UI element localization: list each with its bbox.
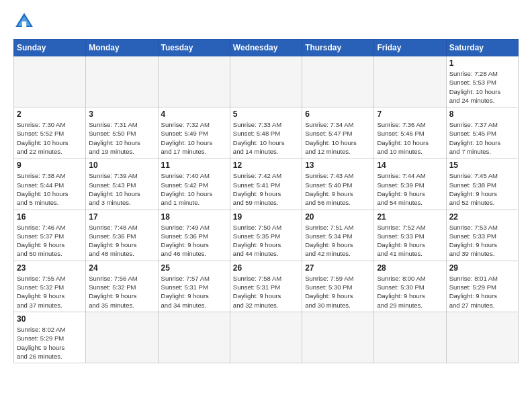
day-info: Sunrise: 7:59 AM Sunset: 5:30 PM Dayligh… <box>305 274 371 310</box>
day-info: Sunrise: 7:38 AM Sunset: 5:44 PM Dayligh… <box>17 171 83 207</box>
weekday-header-row: SundayMondayTuesdayWednesdayThursdayFrid… <box>14 40 519 56</box>
day-number: 25 <box>161 263 227 273</box>
day-number: 5 <box>233 109 299 119</box>
day-info: Sunrise: 7:52 AM Sunset: 5:33 PM Dayligh… <box>377 223 443 259</box>
day-info: Sunrise: 8:02 AM Sunset: 5:29 PM Dayligh… <box>17 325 83 361</box>
calendar-cell: 4Sunrise: 7:32 AM Sunset: 5:49 PM Daylig… <box>158 107 230 158</box>
calendar-cell: 9Sunrise: 7:38 AM Sunset: 5:44 PM Daylig… <box>14 158 86 210</box>
calendar-cell <box>14 56 86 107</box>
calendar-cell: 28Sunrise: 8:00 AM Sunset: 5:30 PM Dayli… <box>374 261 446 312</box>
day-info: Sunrise: 7:57 AM Sunset: 5:31 PM Dayligh… <box>161 274 227 310</box>
day-number: 1 <box>449 58 515 68</box>
calendar-cell: 12Sunrise: 7:42 AM Sunset: 5:41 PM Dayli… <box>230 158 302 210</box>
calendar-cell: 20Sunrise: 7:51 AM Sunset: 5:34 PM Dayli… <box>302 210 374 261</box>
calendar-cell: 5Sunrise: 7:33 AM Sunset: 5:48 PM Daylig… <box>230 107 302 158</box>
day-info: Sunrise: 7:40 AM Sunset: 5:42 PM Dayligh… <box>161 171 227 207</box>
day-info: Sunrise: 7:44 AM Sunset: 5:39 PM Dayligh… <box>377 171 443 207</box>
day-info: Sunrise: 7:49 AM Sunset: 5:36 PM Dayligh… <box>161 223 227 259</box>
day-number: 2 <box>17 109 83 119</box>
day-info: Sunrise: 7:28 AM Sunset: 5:53 PM Dayligh… <box>449 69 515 105</box>
calendar-cell <box>302 312 374 363</box>
day-info: Sunrise: 7:58 AM Sunset: 5:31 PM Dayligh… <box>233 274 299 310</box>
calendar-cell <box>230 312 302 363</box>
day-info: Sunrise: 7:43 AM Sunset: 5:40 PM Dayligh… <box>305 171 371 207</box>
day-info: Sunrise: 7:55 AM Sunset: 5:32 PM Dayligh… <box>17 274 83 310</box>
calendar-cell: 10Sunrise: 7:39 AM Sunset: 5:43 PM Dayli… <box>86 158 158 210</box>
day-number: 8 <box>449 109 515 119</box>
calendar-cell <box>230 56 302 107</box>
calendar-cell <box>86 312 158 363</box>
day-number: 14 <box>377 161 443 170</box>
calendar-cell <box>446 312 518 363</box>
day-info: Sunrise: 7:39 AM Sunset: 5:43 PM Dayligh… <box>89 171 154 207</box>
calendar-cell: 3Sunrise: 7:31 AM Sunset: 5:50 PM Daylig… <box>86 107 158 158</box>
day-info: Sunrise: 7:42 AM Sunset: 5:41 PM Dayligh… <box>233 171 299 207</box>
calendar-cell: 11Sunrise: 7:40 AM Sunset: 5:42 PM Dayli… <box>158 158 230 210</box>
weekday-header-tuesday: Tuesday <box>158 40 230 56</box>
day-info: Sunrise: 7:46 AM Sunset: 5:37 PM Dayligh… <box>17 223 83 259</box>
day-number: 10 <box>89 161 154 170</box>
day-number: 19 <box>233 212 299 222</box>
day-number: 3 <box>89 109 154 119</box>
day-number: 12 <box>233 161 299 170</box>
calendar-cell <box>374 56 446 107</box>
calendar-cell <box>302 56 374 107</box>
calendar-cell: 1Sunrise: 7:28 AM Sunset: 5:53 PM Daylig… <box>446 56 518 107</box>
day-info: Sunrise: 7:37 AM Sunset: 5:45 PM Dayligh… <box>449 120 515 156</box>
day-number: 17 <box>89 212 154 222</box>
page: SundayMondayTuesdayWednesdayThursdayFrid… <box>0 0 532 411</box>
calendar-cell: 30Sunrise: 8:02 AM Sunset: 5:29 PM Dayli… <box>14 312 86 363</box>
weekday-header-sunday: Sunday <box>14 40 86 56</box>
day-info: Sunrise: 7:31 AM Sunset: 5:50 PM Dayligh… <box>89 120 154 156</box>
day-info: Sunrise: 8:01 AM Sunset: 5:29 PM Dayligh… <box>449 274 515 310</box>
calendar-cell: 25Sunrise: 7:57 AM Sunset: 5:31 PM Dayli… <box>158 261 230 312</box>
calendar-cell: 6Sunrise: 7:34 AM Sunset: 5:47 PM Daylig… <box>302 107 374 158</box>
day-number: 13 <box>305 161 371 170</box>
calendar-cell: 23Sunrise: 7:55 AM Sunset: 5:32 PM Dayli… <box>14 261 86 312</box>
calendar-cell <box>374 312 446 363</box>
calendar-cell <box>86 56 158 107</box>
calendar-cell: 29Sunrise: 8:01 AM Sunset: 5:29 PM Dayli… <box>446 261 518 312</box>
day-info: Sunrise: 7:33 AM Sunset: 5:48 PM Dayligh… <box>233 120 299 156</box>
calendar-cell: 18Sunrise: 7:49 AM Sunset: 5:36 PM Dayli… <box>158 210 230 261</box>
calendar-cell: 13Sunrise: 7:43 AM Sunset: 5:40 PM Dayli… <box>302 158 374 210</box>
calendar-cell: 26Sunrise: 7:58 AM Sunset: 5:31 PM Dayli… <box>230 261 302 312</box>
calendar-cell: 19Sunrise: 7:50 AM Sunset: 5:35 PM Dayli… <box>230 210 302 261</box>
calendar-cell: 24Sunrise: 7:56 AM Sunset: 5:32 PM Dayli… <box>86 261 158 312</box>
calendar-cell: 14Sunrise: 7:44 AM Sunset: 5:39 PM Dayli… <box>374 158 446 210</box>
day-number: 20 <box>305 212 371 222</box>
day-info: Sunrise: 7:50 AM Sunset: 5:35 PM Dayligh… <box>233 223 299 259</box>
day-info: Sunrise: 7:51 AM Sunset: 5:34 PM Dayligh… <box>305 223 371 259</box>
day-number: 11 <box>161 161 227 170</box>
calendar-cell: 8Sunrise: 7:37 AM Sunset: 5:45 PM Daylig… <box>446 107 518 158</box>
day-info: Sunrise: 7:56 AM Sunset: 5:32 PM Dayligh… <box>89 274 154 310</box>
logo-icon <box>13 11 35 32</box>
week-row-2: 9Sunrise: 7:38 AM Sunset: 5:44 PM Daylig… <box>14 158 519 210</box>
calendar-cell: 21Sunrise: 7:52 AM Sunset: 5:33 PM Dayli… <box>374 210 446 261</box>
day-info: Sunrise: 8:00 AM Sunset: 5:30 PM Dayligh… <box>377 274 443 310</box>
day-number: 22 <box>449 212 515 222</box>
weekday-header-wednesday: Wednesday <box>230 40 302 56</box>
week-row-4: 23Sunrise: 7:55 AM Sunset: 5:32 PM Dayli… <box>14 261 519 312</box>
day-number: 4 <box>161 109 227 119</box>
day-number: 9 <box>17 161 83 170</box>
day-number: 27 <box>305 263 371 273</box>
week-row-3: 16Sunrise: 7:46 AM Sunset: 5:37 PM Dayli… <box>14 210 519 261</box>
week-row-5: 30Sunrise: 8:02 AM Sunset: 5:29 PM Dayli… <box>14 312 519 363</box>
weekday-header-monday: Monday <box>86 40 158 56</box>
day-number: 29 <box>449 263 515 273</box>
svg-rect-2 <box>22 21 26 27</box>
weekday-header-saturday: Saturday <box>446 40 518 56</box>
day-info: Sunrise: 7:36 AM Sunset: 5:46 PM Dayligh… <box>377 120 443 156</box>
day-number: 18 <box>161 212 227 222</box>
day-number: 21 <box>377 212 443 222</box>
week-row-1: 2Sunrise: 7:30 AM Sunset: 5:52 PM Daylig… <box>14 107 519 158</box>
day-number: 6 <box>305 109 371 119</box>
day-number: 23 <box>17 263 83 273</box>
day-number: 26 <box>233 263 299 273</box>
week-row-0: 1Sunrise: 7:28 AM Sunset: 5:53 PM Daylig… <box>14 56 519 107</box>
day-info: Sunrise: 7:34 AM Sunset: 5:47 PM Dayligh… <box>305 120 371 156</box>
day-info: Sunrise: 7:32 AM Sunset: 5:49 PM Dayligh… <box>161 120 227 156</box>
day-info: Sunrise: 7:30 AM Sunset: 5:52 PM Dayligh… <box>17 120 83 156</box>
header <box>13 11 519 32</box>
